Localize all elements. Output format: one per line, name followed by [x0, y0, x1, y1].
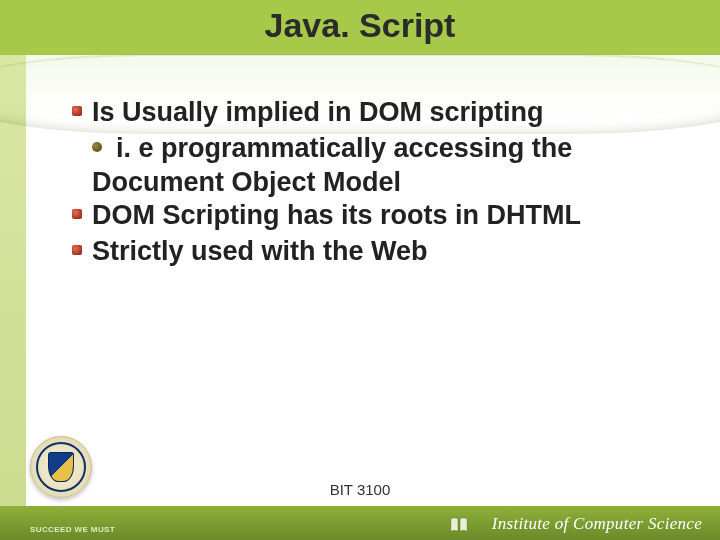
content-area: Is Usually implied in DOM scripting i. e… — [72, 96, 660, 271]
footer-motto: SUCCEED WE MUST — [30, 525, 115, 534]
bullet-2: DOM Scripting has its roots in DHTML — [72, 199, 660, 233]
slide-title: Java. Script — [265, 6, 456, 45]
book-icon — [448, 514, 470, 536]
bullet-1: Is Usually implied in DOM scripting — [72, 96, 660, 130]
bullet-3: Strictly used with the Web — [72, 235, 660, 269]
title-band: Java. Script — [0, 0, 720, 74]
footer-institute: Institute of Computer Science — [492, 514, 702, 534]
footer-bar: SUCCEED WE MUST Institute of Computer Sc… — [0, 506, 720, 540]
bullet-1-sub-cont: Document Object Model — [92, 166, 660, 200]
seal-shield-icon — [48, 452, 74, 482]
course-code: BIT 3100 — [0, 481, 720, 498]
bullet-1-sub: i. e programmatically accessing the — [92, 132, 660, 166]
university-seal — [30, 436, 92, 498]
left-accent-strip — [0, 55, 26, 540]
slide: Java. Script Is Usually implied in DOM s… — [0, 0, 720, 540]
